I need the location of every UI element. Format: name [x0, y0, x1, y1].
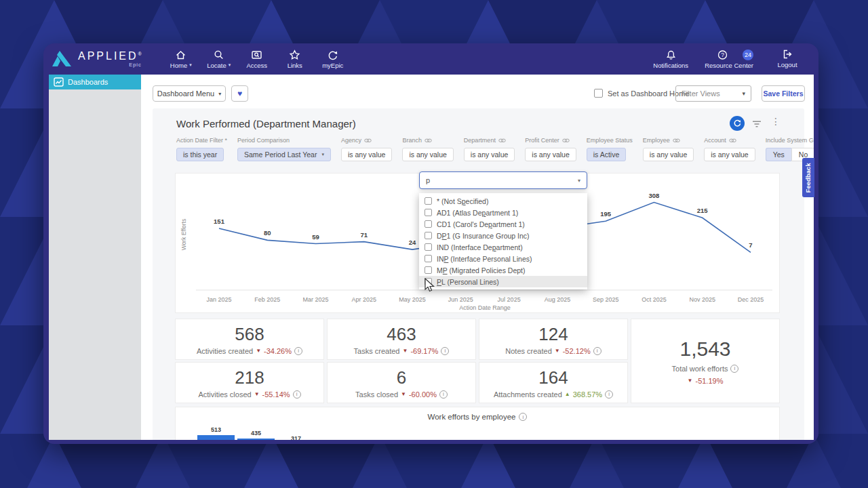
filter-label: Include System Generated Activities — [766, 136, 814, 144]
filter-value[interactable]: is any value — [643, 148, 694, 161]
svg-text:Jan 2025: Jan 2025 — [206, 296, 231, 303]
item-label: INP (Interface Personal Lines) — [437, 255, 532, 263]
bar-value-label: 317 — [277, 435, 315, 440]
filter-value[interactable]: is any value — [704, 148, 755, 161]
svg-text:May 2025: May 2025 — [399, 296, 426, 303]
item-checkbox[interactable] — [425, 220, 432, 228]
item-label: * (Not Specified) — [437, 197, 488, 205]
filter-lines-button[interactable] — [752, 119, 762, 131]
info-icon[interactable]: i — [439, 390, 448, 399]
filter-value[interactable]: is Active — [587, 148, 627, 161]
info-icon[interactable]: i — [730, 365, 738, 373]
dropdown-item[interactable]: IND (Interface Department) — [419, 241, 587, 253]
dropdown-item[interactable]: AD1 (Atlas Department 1) — [419, 207, 587, 218]
svg-text:Feb 2025: Feb 2025 — [254, 296, 280, 303]
info-icon[interactable]: i — [441, 347, 449, 355]
nav-locate-label: Locate — [207, 62, 226, 69]
kpi-label: Activities created — [197, 347, 253, 355]
feedback-tab[interactable]: Feedback — [802, 158, 814, 197]
kpi-label: Activities closed — [198, 390, 251, 399]
filter-value[interactable]: Same Period Last Year▾ — [237, 148, 331, 161]
nav-access[interactable]: Access — [238, 49, 276, 69]
nav-home[interactable]: Home▾ — [162, 49, 200, 69]
kpi-notes-created: 124Notes created▼-52.12%i — [479, 319, 628, 360]
kpi-value: 1,543 — [679, 338, 730, 361]
filter-value[interactable]: is any value — [464, 148, 515, 161]
info-icon[interactable]: i — [294, 347, 302, 355]
dropdown-item[interactable]: DP1 (G Insurance Group Inc) — [419, 230, 587, 241]
toggle-option-yes[interactable]: Yes — [766, 148, 791, 161]
dropdown-item[interactable]: PL (Personal Lines) — [419, 276, 587, 287]
kpi-label: Tasks closed — [355, 390, 398, 399]
sidebar: Dashboards — [49, 75, 141, 440]
favorite-button[interactable]: ♥ — [231, 85, 248, 102]
nav-myepic[interactable]: myEpic — [314, 49, 352, 69]
filter-views-select[interactable]: Filter Views ▾ — [675, 85, 751, 102]
home-icon — [175, 49, 186, 60]
svg-text:308: 308 — [649, 192, 660, 199]
filter-label: Account — [704, 136, 755, 144]
sidebar-item-label: Dashboards — [68, 78, 108, 86]
page-title: Work Performed (Department Manager) — [176, 118, 356, 129]
nav-links-label: Links — [288, 62, 302, 69]
item-checkbox[interactable] — [425, 243, 432, 251]
up-arrow-icon: ▲ — [565, 391, 570, 397]
filter-value[interactable]: is any value — [525, 148, 576, 161]
svg-text:Oct 2025: Oct 2025 — [642, 296, 667, 303]
kpi-delta: -51.19% — [695, 377, 723, 385]
save-filters-button[interactable]: Save Filters — [762, 85, 805, 102]
info-icon[interactable]: i — [519, 413, 527, 421]
item-checkbox[interactable] — [425, 266, 432, 274]
bar[interactable] — [197, 435, 235, 440]
heart-icon: ♥ — [237, 89, 242, 98]
down-arrow-icon: ▼ — [555, 348, 560, 354]
svg-text:Jul 2025: Jul 2025 — [498, 296, 521, 303]
filter-label: Employee Status — [587, 136, 633, 144]
department-filter-dropdown: p ▾ * (Not Specified)AD1 (Atlas Departme… — [419, 171, 587, 289]
kpi-delta: -52.12% — [563, 347, 591, 355]
dropdown-search-input[interactable]: p ▾ — [419, 171, 587, 189]
chevron-down-icon: ▾ — [321, 152, 324, 157]
dropdown-list: * (Not Specified)AD1 (Atlas Department 1… — [419, 193, 587, 289]
info-icon[interactable]: i — [605, 390, 613, 399]
svg-text:Mar 2025: Mar 2025 — [303, 296, 329, 303]
dashboard-menu-button[interactable]: Dashboard Menu ▾ — [153, 85, 226, 102]
kpi-delta: 368.57% — [573, 390, 602, 399]
dropdown-item[interactable]: * (Not Specified) — [419, 195, 587, 207]
folder-search-icon — [251, 49, 262, 60]
sidebar-item-dashboards[interactable]: Dashboards — [49, 75, 141, 89]
item-checkbox[interactable] — [425, 255, 432, 262]
nav-locate[interactable]: Locate▾ — [200, 49, 238, 69]
nav-logout[interactable]: Logout — [770, 49, 805, 69]
filter-value[interactable]: is this year — [176, 148, 224, 161]
info-icon[interactable]: i — [593, 347, 601, 355]
link-icon — [364, 138, 372, 144]
refresh-button[interactable] — [730, 116, 745, 131]
item-checkbox[interactable] — [425, 232, 432, 239]
kpi-label-row: Tasks created▼-69.17%i — [354, 347, 450, 355]
svg-text:Apr 2025: Apr 2025 — [352, 296, 377, 303]
bar-value-label: 435 — [237, 430, 275, 436]
nav-resource-center[interactable]: ? 24 Resource Center — [705, 49, 753, 69]
nav-notifications-label: Notifications — [653, 62, 688, 69]
item-checkbox[interactable] — [425, 197, 432, 205]
set-home-checkbox[interactable] — [594, 89, 603, 98]
dropdown-item[interactable]: INP (Interface Personal Lines) — [419, 253, 587, 264]
more-options-button[interactable]: ⋮ — [771, 116, 781, 127]
dropdown-item[interactable]: CD1 (Carol's Department 1) — [419, 218, 587, 230]
filter-employee-status: Employee Statusis Active — [587, 136, 633, 161]
bar[interactable] — [237, 439, 275, 440]
star-icon — [289, 49, 300, 60]
dropdown-item[interactable]: MP (Migrated Policies Dept) — [419, 264, 587, 276]
link-icon — [425, 138, 432, 144]
chevron-down-icon: ▾ — [578, 178, 580, 184]
info-icon[interactable]: i — [293, 390, 301, 399]
kpi-total-work-efforts: 1,543Total work effortsi▼-51.19% — [631, 319, 780, 403]
svg-text:151: 151 — [214, 218, 225, 225]
nav-links[interactable]: Links — [276, 49, 314, 69]
item-label: CD1 (Carol's Department 1) — [437, 220, 525, 228]
nav-notifications[interactable]: Notifications — [653, 49, 688, 69]
item-checkbox[interactable] — [425, 209, 432, 216]
filter-value[interactable]: is any value — [402, 148, 453, 161]
filter-value[interactable]: is any value — [341, 148, 392, 161]
